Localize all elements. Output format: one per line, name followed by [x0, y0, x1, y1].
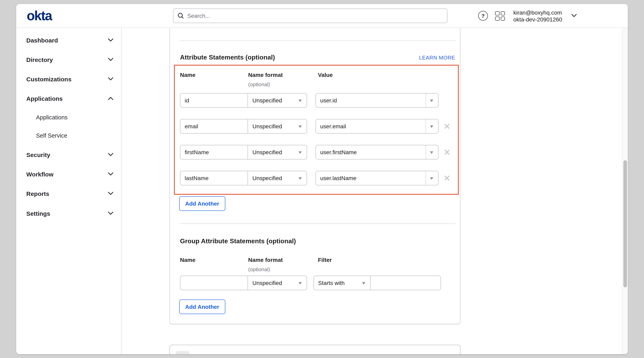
apps-grid-icon[interactable] [495, 11, 505, 21]
sidebar-item-dashboard[interactable]: Dashboard [26, 36, 113, 44]
name-format-select[interactable]: Unspecified [248, 171, 307, 185]
combobox-dropdown-zone[interactable] [425, 145, 438, 159]
help-icon[interactable]: ? [478, 11, 488, 21]
group-name-format-select[interactable]: Unspecified [248, 276, 307, 290]
column-header-value: Value [318, 72, 333, 78]
vertical-scrollbar-track[interactable] [622, 28, 628, 354]
chevron-down-icon [108, 77, 113, 81]
combobox-dropdown-zone[interactable] [425, 171, 438, 185]
attribute-row: Unspecified [170, 119, 461, 134]
attr-value-combobox[interactable] [315, 93, 438, 108]
sidebar-item-applications[interactable]: Applications [26, 94, 113, 102]
chevron-down-icon [108, 212, 113, 215]
sidebar-item-self-service[interactable]: Self Service [36, 132, 97, 140]
attr-value-combobox[interactable] [315, 171, 438, 185]
select-caret-icon [430, 125, 433, 128]
select-caret-icon [362, 282, 365, 284]
sidebar-item-directory[interactable]: Directory [26, 56, 113, 64]
attr-name-input[interactable] [180, 93, 248, 108]
top-header: okta ? kiran@boxyhq.com okta-dev-2090126… [16, 4, 628, 28]
attr-value-input[interactable] [316, 94, 425, 107]
select-caret-icon [298, 177, 302, 180]
select-caret-icon [430, 177, 433, 180]
name-format-select[interactable]: Unspecified [248, 119, 307, 134]
attribute-statements-title: Attribute Statements (optional) [180, 54, 275, 61]
global-search[interactable] [173, 9, 448, 23]
chevron-down-icon [108, 58, 113, 61]
add-another-group-attribute-button[interactable]: Add Another [179, 299, 225, 314]
remove-row-icon[interactable] [444, 149, 450, 155]
group-attribute-row: Unspecified Starts with [170, 276, 461, 290]
panel-placeholder-square [176, 351, 189, 354]
remove-row-icon[interactable] [444, 175, 450, 181]
learn-more-link[interactable]: LEARN MORE [419, 55, 455, 61]
group-filter-type-select[interactable]: Starts with [313, 276, 370, 290]
chevron-down-icon [108, 39, 113, 42]
select-caret-icon [298, 125, 302, 128]
group-name-input[interactable] [180, 276, 248, 290]
chevron-down-icon [108, 192, 113, 195]
sidebar-item-workflow[interactable]: Workflow [26, 170, 113, 178]
attr-value-input[interactable] [316, 171, 425, 185]
next-section-panel [170, 345, 460, 354]
account-menu[interactable]: kiran@boxyhq.com okta-dev-20901260 [513, 9, 569, 23]
account-email: kiran@boxyhq.com [513, 9, 569, 16]
column-header-format: Name format [248, 72, 283, 78]
chevron-down-icon [108, 153, 113, 156]
attribute-row: Unspecified [170, 145, 461, 159]
column-note-optional: (optional) [248, 81, 270, 87]
column-note-optional: (optional) [248, 266, 270, 272]
vertical-scrollbar-thumb[interactable] [623, 160, 627, 287]
attr-value-combobox[interactable] [315, 145, 438, 159]
column-header-filter: Filter [318, 257, 332, 263]
group-filter-value-input[interactable] [370, 276, 441, 290]
screen: okta ? kiran@boxyhq.com okta-dev-2090126… [0, 0, 644, 358]
search-icon [178, 13, 184, 19]
sidebar-item-security[interactable]: Security [26, 151, 113, 159]
account-chevron-down-icon[interactable] [571, 14, 577, 18]
combobox-dropdown-zone[interactable] [425, 94, 438, 107]
sidebar-item-applications-sub[interactable]: Applications [36, 113, 97, 121]
select-caret-icon [430, 99, 433, 102]
saml-settings-panel: Attribute Statements (optional) LEARN MO… [170, 28, 460, 324]
select-caret-icon [298, 151, 302, 154]
sidebar-divider [121, 28, 122, 354]
select-caret-icon [430, 151, 433, 154]
sidebar-item-customizations[interactable]: Customizations [26, 75, 113, 83]
chevron-down-icon [108, 172, 113, 176]
column-header-format: Name format [248, 257, 283, 263]
attr-name-input[interactable] [180, 145, 248, 159]
name-format-select[interactable]: Unspecified [248, 93, 307, 108]
chevron-up-icon [108, 97, 113, 100]
select-caret-icon [298, 99, 302, 102]
okta-logo: okta [27, 9, 52, 23]
attr-value-input[interactable] [316, 119, 425, 133]
select-caret-icon [298, 282, 302, 284]
column-header-name: Name [180, 257, 196, 263]
remove-row-icon[interactable] [444, 123, 450, 129]
section-divider [180, 41, 456, 41]
section-divider [180, 223, 456, 224]
combobox-dropdown-zone[interactable] [425, 119, 438, 133]
add-another-attribute-button[interactable]: Add Another [179, 196, 225, 211]
attr-name-input[interactable] [180, 119, 248, 134]
attr-value-input[interactable] [316, 145, 425, 159]
sidebar-item-settings[interactable]: Settings [26, 209, 113, 217]
attribute-row: Unspecified [170, 171, 461, 185]
search-input[interactable] [187, 13, 443, 19]
account-org: okta-dev-20901260 [513, 16, 569, 23]
name-format-select[interactable]: Unspecified [248, 145, 307, 159]
attribute-row: Unspecified [170, 93, 461, 108]
column-header-name: Name [180, 72, 196, 78]
attr-value-combobox[interactable] [315, 119, 438, 134]
app-window: okta ? kiran@boxyhq.com okta-dev-2090126… [16, 4, 628, 354]
group-attribute-statements-title: Group Attribute Statements (optional) [180, 237, 296, 245]
attr-name-input[interactable] [180, 171, 248, 185]
sidebar-item-reports[interactable]: Reports [26, 189, 113, 198]
